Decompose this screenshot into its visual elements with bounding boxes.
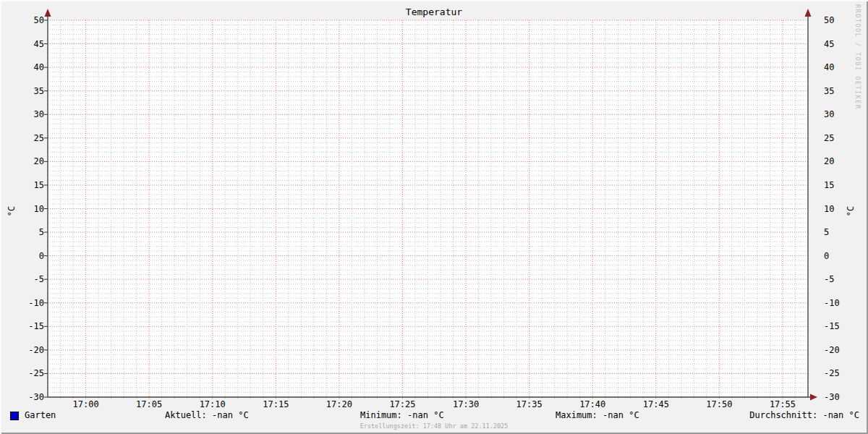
y-axis-tick-label-left: 50 (13, 15, 44, 25)
stat-maximum: Maximum: -nan °C (556, 410, 639, 421)
y-axis-tick-label-left: 10 (13, 204, 44, 214)
x-axis-tick-label: 17:30 (443, 399, 489, 409)
y-axis-tick-label-right: -10 (824, 298, 861, 308)
y-axis-tick-label-right: -25 (824, 368, 861, 378)
chart-title: Temperatur (0, 7, 868, 18)
x-axis-tick-label: 17:25 (379, 399, 425, 409)
x-axis-tick-label: 17:35 (506, 399, 553, 409)
legend-series-label: Garten (25, 410, 56, 421)
y-axis-tick-label-right: -5 (824, 274, 861, 284)
y-axis-tick-label-right: 10 (824, 204, 861, 214)
stat-durchschnitt: Durchschnitt: -nan °C (749, 410, 859, 421)
y-axis-tick-label-right: 30 (824, 109, 861, 119)
y-axis-tick-label-right: 45 (824, 39, 861, 49)
x-axis-tick-label: 17:20 (316, 399, 362, 409)
y-axis-tick-label-right: 0 (824, 251, 861, 261)
y-axis-tick-label-left: 20 (13, 156, 44, 166)
legend-row: Garten Aktuell: -nan °C Minimum: -nan °C… (0, 410, 868, 422)
y-axis-tick-label-left: 15 (13, 180, 44, 190)
y-axis-tick-label-left: 45 (13, 39, 44, 49)
y-axis-tick-label-left: -30 (13, 392, 44, 402)
y-axis-tick-label-right: -20 (824, 345, 861, 355)
y-axis-tick-label-left: -20 (13, 345, 44, 355)
x-axis-tick-label: 17:50 (696, 399, 742, 409)
y-axis-tick-label-right: 35 (824, 86, 861, 96)
y-axis-tick-label-left: 5 (13, 227, 44, 237)
y-axis-tick-label-left: -5 (13, 274, 44, 284)
temperature-chart (0, 0, 868, 434)
x-axis-tick-label: 17:45 (633, 399, 679, 409)
y-axis-tick-label-left: 30 (13, 109, 44, 119)
y-axis-tick-label-right: 25 (824, 133, 861, 143)
x-axis-tick-label: 17:15 (252, 399, 299, 409)
y-axis-tick-label-left: -25 (13, 368, 44, 378)
x-axis-tick-label: 17:10 (190, 399, 236, 409)
y-axis-tick-label-left: 35 (13, 86, 44, 96)
creation-time: Erstellungszeit: 17:48 Uhr am 22.11.2025 (0, 422, 868, 430)
legend-swatch-garten (10, 412, 19, 420)
x-axis-tick-label: 17:00 (63, 399, 109, 409)
x-axis-tick-label: 17:55 (760, 399, 806, 409)
y-axis-tick-label-left: -10 (13, 298, 44, 308)
stat-aktuell: Aktuell: -nan °C (165, 410, 249, 421)
y-axis-tick-label-right: 40 (824, 62, 861, 72)
y-axis-tick-label-left: 25 (13, 133, 44, 143)
y-axis-tick-label-left: 0 (13, 251, 44, 261)
y-axis-tick-label-right: -30 (824, 392, 861, 402)
y-axis-tick-label-right: 20 (824, 156, 861, 166)
rrdtool-graph: { "title": "Temperatur", "watermark": "R… (0, 0, 868, 434)
x-axis-tick-label: 17:05 (126, 399, 172, 409)
y-axis-tick-label-left: -15 (13, 321, 44, 331)
y-axis-tick-label-right: 50 (824, 15, 861, 25)
stat-minimum: Minimum: -nan °C (360, 410, 444, 421)
y-axis-tick-label-left: 40 (13, 62, 44, 72)
x-axis-tick-label: 17:40 (569, 399, 616, 409)
y-axis-tick-label-right: 5 (824, 227, 861, 237)
y-axis-tick-label-right: -15 (824, 321, 861, 331)
y-axis-tick-label-right: 15 (824, 180, 861, 190)
